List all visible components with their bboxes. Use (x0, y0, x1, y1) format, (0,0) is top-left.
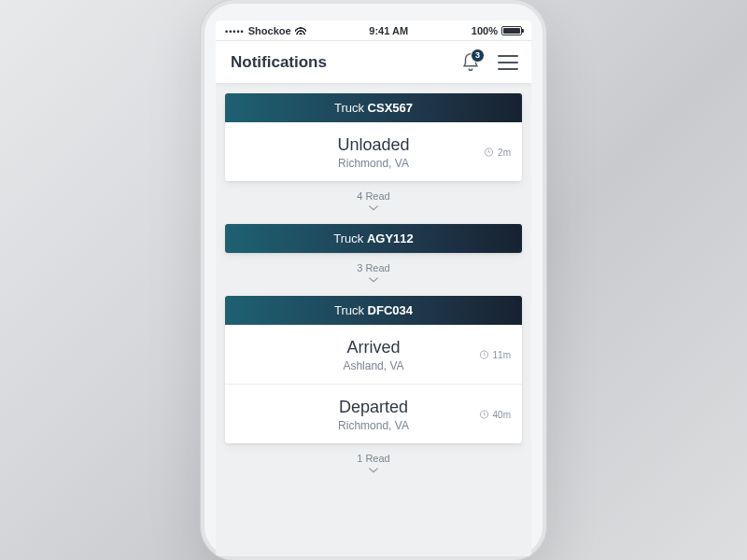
truck-id: DFC034 (368, 303, 413, 317)
app-header: Notifications 3 (216, 41, 531, 84)
card-header: Truck CSX567 (225, 93, 522, 122)
page-title: Notifications (231, 53, 327, 72)
read-count-label: 3 Read (225, 262, 522, 273)
read-count-label: 1 Read (225, 453, 522, 464)
notification-card: Truck CSX567 Unloaded Richmond, VA 2m (225, 93, 522, 181)
battery-label: 100% (472, 25, 498, 36)
notification-card: Truck DFC034 Arrived Ashland, VA 11m Dep… (225, 296, 522, 443)
entry-time: 11m (479, 349, 511, 359)
truck-id: AGY112 (367, 231, 414, 245)
read-expand[interactable]: 1 Read (225, 449, 522, 486)
notification-entry[interactable]: Departed Richmond, VA 40m (225, 384, 522, 443)
status-bar: Shockoe 9:41 AM 100% (216, 21, 531, 41)
screen: Shockoe 9:41 AM 100% Notifications 3 (216, 21, 531, 556)
clock-icon (484, 147, 494, 157)
entry-time: 2m (484, 147, 511, 157)
entry-time: 40m (479, 409, 511, 419)
read-count-label: 4 Read (225, 190, 522, 202)
truck-label: Truck (334, 101, 364, 115)
entry-location: Richmond, VA (234, 157, 513, 170)
card-header: Truck AGY112 (225, 224, 522, 253)
carrier-label: Shockoe (248, 25, 291, 36)
notifications-list[interactable]: Truck CSX567 Unloaded Richmond, VA 2m 4 … (216, 84, 531, 556)
truck-label: Truck (333, 231, 363, 245)
notification-card: Truck AGY112 (225, 224, 522, 253)
truck-label: Truck (334, 303, 364, 317)
wifi-icon (295, 26, 306, 35)
clock-icon (479, 349, 489, 359)
menu-button[interactable] (498, 55, 518, 70)
card-header: Truck DFC034 (225, 296, 522, 325)
clock-label: 9:41 AM (369, 25, 408, 36)
entry-location: Richmond, VA (234, 419, 513, 432)
read-expand[interactable]: 4 Read (225, 187, 522, 224)
clock-icon (479, 409, 489, 419)
entry-location: Ashland, VA (234, 359, 513, 372)
read-expand[interactable]: 3 Read (225, 259, 522, 296)
truck-id: CSX567 (368, 101, 413, 115)
entry-status: Unloaded (234, 135, 513, 155)
chevron-down-icon (225, 275, 522, 287)
notification-entry[interactable]: Unloaded Richmond, VA 2m (225, 122, 522, 181)
notifications-button[interactable]: 3 (460, 52, 481, 73)
chevron-down-icon (225, 203, 522, 215)
battery-icon (501, 26, 522, 35)
entry-status: Arrived (234, 338, 513, 357)
phone-frame: Shockoe 9:41 AM 100% Notifications 3 (201, 0, 546, 560)
signal-dots-icon (225, 25, 245, 36)
notification-badge: 3 (471, 49, 485, 63)
entry-status: Departed (234, 398, 513, 417)
chevron-down-icon (225, 466, 522, 477)
notification-entry[interactable]: Arrived Ashland, VA 11m (225, 325, 522, 384)
